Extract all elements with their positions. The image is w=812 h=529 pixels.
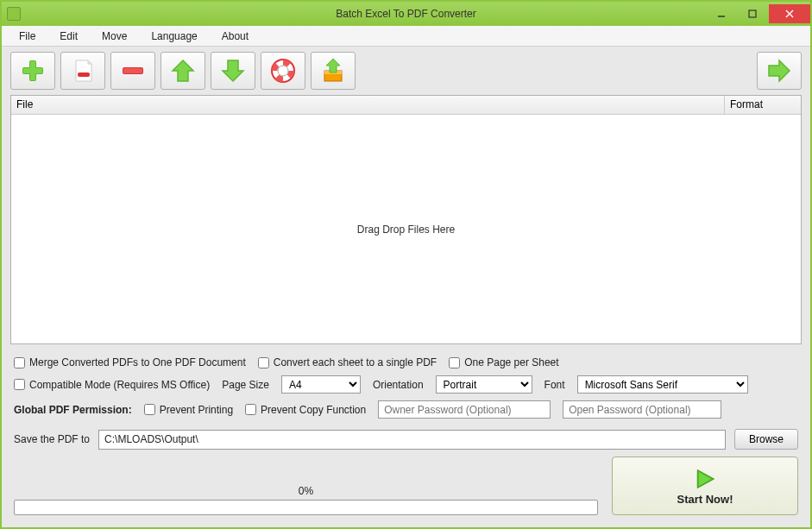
arrow-up-icon (169, 57, 197, 85)
merge-pdfs-checkbox[interactable] (14, 357, 25, 368)
toolbar (2, 47, 810, 95)
svg-rect-10 (123, 68, 142, 73)
orientation-select[interactable]: Portrait (436, 375, 532, 394)
prevent-copy-label: Prevent Copy Function (261, 404, 366, 416)
prevent-printing-label: Prevent Printing (160, 404, 233, 416)
play-icon (693, 467, 717, 491)
svg-point-12 (278, 66, 288, 76)
app-icon (7, 7, 21, 21)
minimize-button[interactable] (707, 4, 736, 23)
remove-file-button[interactable] (60, 52, 105, 90)
file-list-header: File Format (11, 96, 801, 115)
add-file-button[interactable] (10, 52, 55, 90)
window-title: Batch Excel To PDF Converter (336, 8, 476, 20)
titlebar: Batch Excel To PDF Converter (2, 2, 810, 26)
maximize-button[interactable] (738, 4, 767, 23)
upgrade-button[interactable] (311, 52, 356, 90)
prevent-printing-checkbox[interactable] (144, 404, 155, 415)
menu-move[interactable]: Move (91, 28, 137, 45)
convert-each-sheet-checkbox[interactable] (258, 357, 269, 368)
lifebuoy-icon (269, 57, 297, 85)
minus-page-icon (69, 57, 97, 85)
svg-rect-7 (23, 68, 42, 73)
remove-all-button[interactable] (110, 52, 155, 90)
plus-icon (19, 57, 47, 85)
menubar: File Edit Move Language About (2, 26, 810, 47)
move-up-button[interactable] (161, 52, 205, 90)
save-label: Save the PDF to (14, 433, 90, 445)
open-password-input[interactable] (563, 400, 721, 419)
prevent-copy-checkbox[interactable] (245, 404, 256, 415)
progress-text: 0% (14, 485, 598, 497)
svg-rect-1 (749, 10, 756, 17)
compatible-mode-label: Compatible Mode (Requires MS Office) (29, 379, 210, 391)
move-down-button[interactable] (211, 52, 255, 90)
file-list-panel: File Format Drag Drop Files Here (10, 95, 802, 344)
merge-pdfs-label: Merge Converted PDFs to One PDF Document (29, 356, 246, 368)
menu-about[interactable]: About (211, 28, 259, 45)
arrow-down-icon (219, 57, 247, 85)
convert-each-sheet-label: Convert each sheet to a single PDF (274, 356, 437, 368)
font-label: Font (544, 379, 565, 391)
page-size-label: Page Size (222, 379, 269, 391)
permission-label: Global PDF Permission: (14, 404, 132, 416)
owner-password-input[interactable] (378, 400, 551, 419)
help-button[interactable] (261, 52, 305, 90)
page-size-select[interactable]: A4 (281, 375, 361, 394)
arrow-right-icon (765, 57, 793, 85)
browse-button[interactable]: Browse (734, 429, 798, 450)
save-path-input[interactable] (98, 430, 726, 450)
next-button[interactable] (757, 52, 802, 90)
svg-rect-8 (78, 72, 90, 77)
one-page-per-sheet-checkbox[interactable] (449, 357, 460, 368)
close-button[interactable] (769, 4, 810, 23)
one-page-per-sheet-label: One Page per Sheet (464, 356, 558, 368)
drop-zone[interactable]: Drag Drop Files Here (11, 115, 801, 343)
orientation-label: Orientation (373, 379, 424, 391)
compatible-mode-checkbox[interactable] (14, 379, 25, 390)
menu-edit[interactable]: Edit (49, 28, 88, 45)
progress-bar (14, 500, 598, 515)
font-select[interactable]: Microsoft Sans Serif (577, 375, 748, 394)
start-button-label: Start Now! (677, 493, 733, 506)
menu-file[interactable]: File (9, 28, 46, 45)
box-arrow-up-icon (319, 57, 347, 85)
column-file[interactable]: File (11, 96, 725, 114)
menu-language[interactable]: Language (141, 28, 207, 45)
column-format[interactable]: Format (725, 96, 801, 114)
minus-icon (119, 57, 147, 85)
start-button[interactable]: Start Now! (612, 457, 798, 515)
